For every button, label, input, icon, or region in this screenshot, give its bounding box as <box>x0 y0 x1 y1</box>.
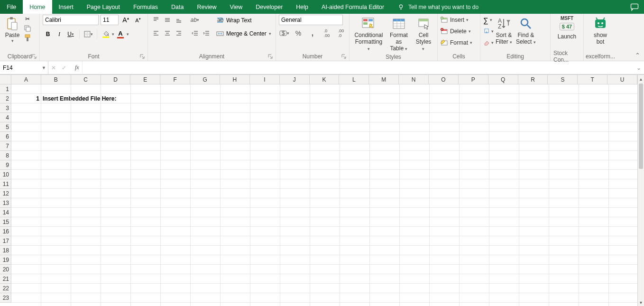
row-header-4[interactable]: 4 <box>0 113 11 122</box>
font-name-combo[interactable] <box>43 15 99 25</box>
fill-color-button[interactable] <box>101 29 111 39</box>
row-header-13[interactable]: 13 <box>0 198 11 208</box>
tab-developer[interactable]: Developer <box>249 0 289 14</box>
clear-button[interactable]: ▾ <box>483 37 494 48</box>
scroll-down-icon[interactable]: ▾ <box>638 298 644 306</box>
vertical-scrollbar[interactable]: ▴ ▾ <box>637 75 644 306</box>
bold-button[interactable]: B <box>43 29 53 39</box>
formula-bar-input[interactable] <box>83 61 634 74</box>
font-color-button[interactable]: A <box>115 29 126 39</box>
row-header-6[interactable]: 6 <box>0 132 11 141</box>
row-header-19[interactable]: 19 <box>0 255 11 265</box>
tab-review[interactable]: Review <box>190 0 223 14</box>
decrease-decimal-button[interactable]: .00.0 <box>336 28 346 38</box>
row-header-9[interactable]: 9 <box>0 160 11 170</box>
sort-filter-button[interactable]: AZ Sort &Filter ▾ <box>494 15 514 46</box>
paste-button[interactable]: Paste ▾ <box>3 15 22 44</box>
delete-cells-button[interactable]: Delete▾ <box>441 26 472 37</box>
row-header-21[interactable]: 21 <box>0 274 11 284</box>
dialog-launcher-icon[interactable] <box>268 54 274 60</box>
show-bot-button[interactable]: showbot <box>591 15 610 46</box>
col-header-U[interactable]: U <box>607 75 637 84</box>
col-header-O[interactable]: O <box>429 75 459 84</box>
name-box-input[interactable] <box>0 61 38 74</box>
align-center-button[interactable] <box>162 28 173 38</box>
format-painter-button[interactable] <box>23 34 32 42</box>
col-header-T[interactable]: T <box>578 75 607 84</box>
find-select-button[interactable]: Find &Select ▾ <box>514 15 538 46</box>
row-header-14[interactable]: 14 <box>0 208 11 217</box>
enter-formula-icon[interactable]: ✓ <box>62 65 66 71</box>
accounting-format-button[interactable]: $▾ <box>279 28 289 38</box>
row-header-15[interactable]: 15 <box>0 217 11 227</box>
decrease-indent-button[interactable] <box>190 28 200 38</box>
cut-button[interactable]: ✂ <box>23 15 32 23</box>
col-header-F[interactable]: F <box>160 75 190 84</box>
increase-decimal-button[interactable]: .0.00 <box>322 28 332 38</box>
grow-font-button[interactable]: A▴ <box>120 15 131 25</box>
row-header-1[interactable]: 1 <box>0 84 11 94</box>
dialog-launcher-icon[interactable] <box>140 54 146 60</box>
insert-cells-button[interactable]: Insert▾ <box>441 15 472 25</box>
fx-icon[interactable]: fx <box>75 64 79 71</box>
chevron-down-icon[interactable]: ▼ <box>42 65 46 70</box>
col-header-B[interactable]: B <box>41 75 71 84</box>
col-header-R[interactable]: R <box>518 75 548 84</box>
tab-file[interactable]: File <box>0 0 23 14</box>
row-header-10[interactable]: 10 <box>0 170 11 179</box>
row-header-17[interactable]: 17 <box>0 236 11 246</box>
ribbon-collapse-icon[interactable]: ⌃ <box>635 52 640 59</box>
row-header-2[interactable]: 2 <box>0 94 11 103</box>
tab-ai-formula-editor[interactable]: AI-aided Formula Editor <box>315 0 391 14</box>
row-header-5[interactable]: 5 <box>0 122 11 132</box>
tab-view[interactable]: View <box>223 0 249 14</box>
font-size-combo[interactable] <box>101 15 119 25</box>
conditional-formatting-button[interactable]: ConditionalFormatting ▾ <box>352 15 385 53</box>
align-top-button[interactable] <box>151 15 161 25</box>
italic-button[interactable]: I <box>54 29 64 39</box>
col-header-A[interactable]: A <box>11 75 41 84</box>
tab-formulas[interactable]: Formulas <box>127 0 165 14</box>
expand-formula-bar-icon[interactable]: ⌄ <box>634 61 644 74</box>
dialog-launcher-icon[interactable] <box>341 54 347 60</box>
col-header-L[interactable]: L <box>339 75 369 84</box>
col-header-S[interactable]: S <box>548 75 578 84</box>
tell-me-search[interactable]: Tell me what you want to do <box>391 0 482 14</box>
underline-button[interactable]: U▾ <box>65 29 76 39</box>
col-header-K[interactable]: K <box>310 75 340 84</box>
col-header-G[interactable]: G <box>190 75 220 84</box>
col-header-M[interactable]: M <box>369 75 399 84</box>
tab-data[interactable]: Data <box>165 0 190 14</box>
col-header-C[interactable]: C <box>71 75 101 84</box>
wrap-text-button[interactable]: ab Wrap Text <box>216 15 271 26</box>
align-middle-button[interactable] <box>162 15 173 25</box>
row-header-3[interactable]: 3 <box>0 103 11 113</box>
col-header-I[interactable]: I <box>250 75 280 84</box>
align-bottom-button[interactable] <box>174 15 184 25</box>
copy-button[interactable] <box>23 24 32 33</box>
stock-launch-button[interactable]: MSFT $ 47 Launch <box>556 15 578 41</box>
row-header-23[interactable]: 23 <box>0 293 11 303</box>
col-header-Q[interactable]: Q <box>488 75 518 84</box>
name-box[interactable]: ▼ <box>0 61 48 74</box>
tab-page-layout[interactable]: Page Layout <box>80 0 127 14</box>
cell-styles-button[interactable]: CellStyles ▾ <box>413 15 434 53</box>
row-header-16[interactable]: 16 <box>0 227 11 236</box>
cancel-formula-icon[interactable]: ✕ <box>51 65 56 71</box>
orientation-button[interactable]: ab▾ <box>190 15 200 25</box>
borders-button[interactable]: ▾ <box>83 29 93 39</box>
comma-button[interactable]: , <box>307 28 318 38</box>
dialog-launcher-icon[interactable] <box>32 54 37 60</box>
chevron-down-icon[interactable]: ▾ <box>112 32 114 37</box>
autosum-button[interactable]: ∑▾ <box>483 15 494 25</box>
col-header-J[interactable]: J <box>280 75 310 84</box>
tab-help[interactable]: Help <box>289 0 315 14</box>
fill-button[interactable]: ▾ <box>483 26 494 37</box>
align-left-button[interactable] <box>151 28 161 38</box>
row-header-12[interactable]: 12 <box>0 189 11 198</box>
row-header-7[interactable]: 7 <box>0 141 11 151</box>
scroll-thumb[interactable] <box>639 83 643 169</box>
align-right-button[interactable] <box>174 28 184 38</box>
increase-indent-button[interactable] <box>201 28 212 38</box>
row-header-11[interactable]: 11 <box>0 179 11 189</box>
